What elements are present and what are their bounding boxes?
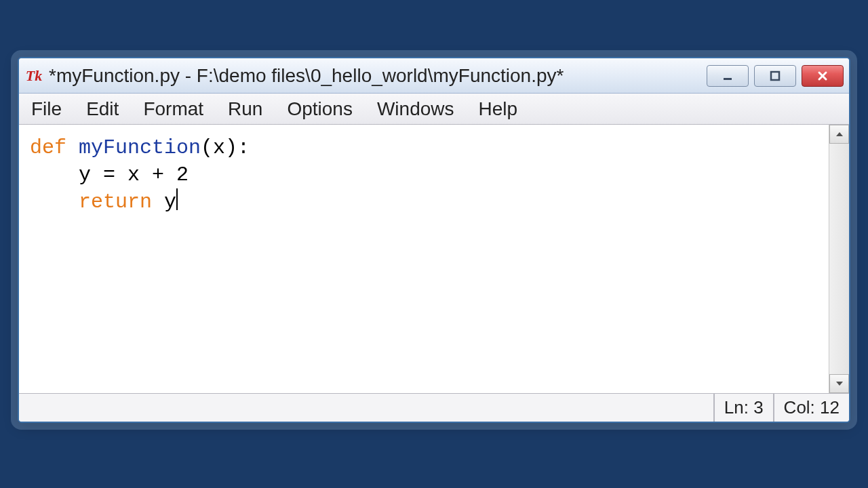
code-text: (x): [201,136,250,159]
menu-edit[interactable]: Edit [82,97,123,121]
menu-file[interactable]: File [27,97,66,121]
code-text: y = x + 2 [30,163,189,186]
titlebar[interactable]: Tk *myFunction.py - F:\demo files\0_hell… [19,58,849,94]
scroll-down-button[interactable] [829,374,849,393]
editor-area: def myFunction(x): y = x + 2 return y [19,125,849,393]
menu-windows[interactable]: Windows [373,97,458,121]
menu-run[interactable]: Run [224,97,267,121]
menubar: File Edit Format Run Options Windows Hel… [19,94,849,125]
maximize-button[interactable] [754,65,796,87]
window-controls [707,65,844,87]
window-title: *myFunction.py - F:\demo files\0_hello_w… [49,65,707,87]
status-line: Ln: 3 [713,394,773,422]
tk-logo-icon: Tk [24,66,43,85]
status-column: Col: 12 [773,394,849,422]
statusbar: Ln: 3 Col: 12 [19,393,849,422]
function-name: myFunction [66,136,201,159]
editor-window: Tk *myFunction.py - F:\demo files\0_hell… [18,57,850,423]
keyword-return: return [30,190,152,214]
vertical-scrollbar[interactable] [829,125,849,393]
code-editor[interactable]: def myFunction(x): y = x + 2 return y [19,125,829,393]
minimize-button[interactable] [707,65,749,87]
menu-format[interactable]: Format [139,97,208,121]
scroll-up-button[interactable] [829,125,849,144]
menu-help[interactable]: Help [475,97,522,121]
code-text: y [152,190,176,214]
close-button[interactable] [802,65,844,87]
keyword-def: def [30,136,66,159]
text-cursor [176,188,178,210]
svg-rect-1 [771,72,779,80]
svg-rect-0 [724,78,732,80]
menu-options[interactable]: Options [283,97,357,121]
